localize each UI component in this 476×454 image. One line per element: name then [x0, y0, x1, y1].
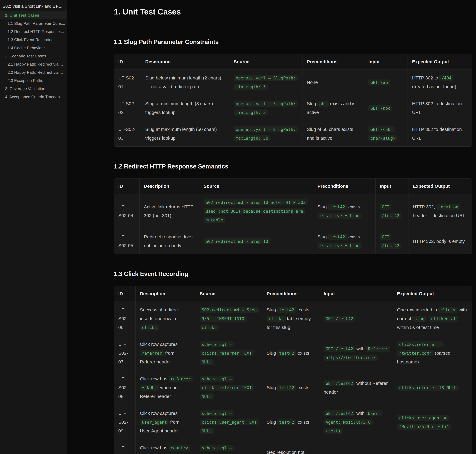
text-segment: HTTP 302 to destination URL	[412, 101, 462, 115]
cell-input: GET /abc	[364, 95, 408, 121]
cell-description: Redirect response does not include a bod…	[139, 228, 199, 254]
code-chip: GET /abc	[368, 105, 392, 111]
app: S02: Visit a Short Link and Be ... 1. Un…	[0, 0, 476, 454]
cell-source: schema.sql → clicks.referrer TEXT NULL	[195, 370, 262, 405]
cell-preconditions: Slug test42 exists, is_active = true	[313, 194, 375, 228]
code-chip: test42	[277, 419, 296, 425]
text-segment: UT-S02-03	[118, 127, 136, 141]
text-segment: Geo resolution not available in test env	[267, 450, 307, 454]
cell-description: Slug at maximum length (50 chars) trigge…	[141, 121, 229, 147]
cell-source: S02-redirect.md → Step 10	[199, 228, 313, 254]
code-chip: referrer	[140, 350, 164, 356]
table-row: UT-S02-07Click row captures referrer fro…	[114, 336, 472, 370]
cell-input: GET /<50-char-slug>	[364, 121, 408, 147]
sidebar-item[interactable]: 4. Acceptance Criteria Traceab...	[0, 93, 67, 101]
table-row: UT-S02-10Click row has country = NULL wh…	[114, 439, 472, 454]
code-chip: Location	[436, 204, 460, 210]
cell-input: GET /test42 with Referer: https://twitte…	[319, 336, 393, 370]
text-segment: exists	[296, 385, 309, 390]
text-segment: HTTP 302 to	[412, 75, 439, 80]
column-header: Preconditions	[262, 286, 319, 301]
cell-description: Click row captures referrer from Referer…	[136, 336, 195, 370]
code-chip: test42	[277, 350, 296, 356]
code-chip: openapi.yaml → SlugPath: minLength: 3	[234, 101, 298, 115]
column-header: Expected Output	[408, 54, 472, 69]
text-segment: Slug of 50 chars exists and is active	[307, 127, 353, 141]
cell-preconditions: Slug test42 exists	[262, 405, 319, 439]
cell-expected: clicks.country IS NULL	[393, 439, 472, 454]
code-chip: openapi.yaml → SlugPath: minLength: 3	[234, 75, 298, 90]
cell-id: UT-S02-10	[114, 439, 136, 454]
dotted-divider	[114, 22, 472, 22]
section-heading: 1.3 Click Event Recording	[114, 270, 472, 277]
code-chip: is_active = true	[318, 243, 362, 249]
cell-id: UT-S02-08	[114, 370, 136, 405]
table-row: UT-S02-05Redirect response does not incl…	[114, 228, 472, 254]
text-segment: Slug at maximum length (50 chars) trigge…	[145, 127, 217, 141]
cell-input: GET /test42	[319, 301, 393, 336]
code-chip: schema.sql → clicks.country CHAR(2) NULL	[200, 445, 259, 454]
text-segment: Active link returns HTTP 302 (not 301)	[144, 204, 194, 218]
cell-expected: clicks.referrer IS NULL	[393, 370, 472, 405]
column-header: Preconditions	[313, 179, 375, 194]
column-header: Input	[364, 54, 408, 69]
cell-source: openapi.yaml → SlugPath: maxLength: 50	[229, 121, 302, 147]
sidebar-item[interactable]: 2.3 Exception Paths	[0, 76, 67, 85]
text-segment: One row inserted in	[397, 307, 438, 312]
test-section: 1.2 Redirect HTTP Response SemanticsIDDe…	[114, 163, 472, 254]
test-case-table: IDDescriptionSourcePreconditionsInputExp…	[114, 286, 472, 454]
sidebar-item[interactable]: 2.1 Happy Path: Redirect via ...	[0, 60, 67, 68]
cell-id: UT-S02-09	[114, 405, 136, 439]
cell-input: GET /test42	[375, 194, 408, 228]
table-row: UT-S02-09Click row captures user_agent f…	[114, 405, 472, 439]
cell-source: S02-redirect.md → Step 9/5 – INSERT INTO…	[195, 301, 262, 336]
cell-input: GET /ab	[364, 69, 408, 95]
text-segment: Slug	[318, 234, 328, 239]
table-header-row: IDDescriptionSourcePreconditionsInputExp…	[114, 179, 472, 194]
cell-id: UT-S02-01	[114, 69, 141, 95]
column-header: Source	[195, 286, 262, 301]
text-segment: Successful redirect inserts one row in	[140, 307, 179, 321]
text-segment: ,	[426, 316, 429, 321]
cell-expected: clicks.user_agent = "Mozilla/5.0 (test)"	[393, 405, 472, 439]
code-chip: test42	[328, 234, 347, 240]
column-header: Source	[199, 179, 313, 194]
text-segment: Click row has	[140, 445, 168, 450]
cell-description: Successful redirect inserts one row in c…	[136, 301, 195, 336]
text-segment: header = destination URL	[413, 213, 465, 218]
column-header: Source	[229, 54, 302, 69]
code-chip: is_active = true	[318, 213, 362, 219]
sidebar-item[interactable]: 1.4 Cache Behaviour	[0, 44, 67, 52]
code-chip: schema.sql → clicks.referrer TEXT NULL	[200, 341, 254, 365]
cell-description: Click row has referrer = NULL when no Re…	[136, 370, 195, 405]
code-chip: GET /test42	[323, 346, 355, 352]
test-section: 1.3 Click Event RecordingIDDescriptionSo…	[114, 270, 472, 454]
text-segment: Click row captures	[140, 342, 177, 347]
code-chip: clicks.referrer IS NULL	[397, 385, 459, 391]
cell-expected: HTTP 302, Location header = destination …	[409, 194, 472, 228]
text-segment: exists,	[347, 234, 361, 239]
column-header: Description	[136, 286, 195, 301]
sidebar-item[interactable]: 3. Coverage Validation	[0, 85, 67, 93]
cell-description: Click row captures user_agent from User-…	[136, 405, 195, 439]
sidebar-item-active[interactable]: 1. Unit Test Cases	[0, 11, 67, 19]
text-segment: (treated as not found)	[412, 84, 456, 89]
sidebar-item[interactable]: 1.3 Click Event Recording	[0, 36, 67, 44]
column-header: Expected Output	[393, 286, 472, 301]
sidebar-document-title[interactable]: S02: Visit a Short Link and Be ...	[0, 2, 67, 11]
text-segment: Slug at minimum length (3 chars) trigger…	[145, 101, 213, 115]
sidebar-item[interactable]: 2. Scenario Test Cases	[0, 52, 67, 60]
text-segment: UT-S02-05	[118, 234, 133, 248]
text-segment: UT-S02-10	[118, 445, 128, 454]
sidebar-item[interactable]: 1.1 Slug Path Parameter Cons...	[0, 19, 67, 28]
table-row: UT-S02-08Click row has referrer = NULL w…	[114, 370, 472, 405]
text-segment: Redirect response does not include a bod…	[144, 234, 193, 248]
page-title: 1. Unit Test Cases	[114, 7, 472, 16]
text-segment: Slug	[267, 350, 277, 356]
sidebar-item[interactable]: 2.2 Happy Path: Redirect via ...	[0, 68, 67, 76]
cell-id: UT-S02-05	[114, 228, 139, 254]
code-chip: S02-redirect.md → Step 10 note: HTTP 302…	[204, 199, 308, 223]
cell-input: GET /test42 with User-Agent: Mozilla/5.0…	[319, 405, 393, 439]
sidebar-item[interactable]: 1.2 Redirect HTTP Response ...	[0, 28, 67, 36]
cell-description: Click row has country = NULL when geo un…	[136, 439, 195, 454]
